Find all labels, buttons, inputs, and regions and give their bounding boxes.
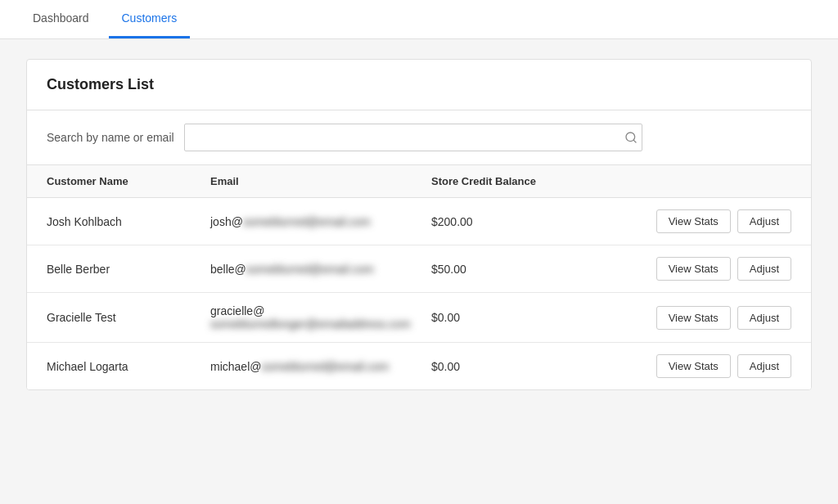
col-header-actions: [611, 175, 791, 187]
row-actions: View Stats Adjust: [611, 209, 791, 233]
email-blurred: someblurredlonger@emailaddress.com: [210, 317, 411, 331]
email-blurred: someblurred@email.com: [246, 263, 374, 276]
table-row: Gracielle Test gracielle@someblurredlong…: [27, 293, 811, 343]
customer-name: Michael Logarta: [47, 360, 210, 373]
customers-table: Customer Name Email Store Credit Balance…: [27, 165, 811, 389]
row-actions: View Stats Adjust: [611, 306, 791, 330]
search-icon: [624, 131, 638, 144]
adjust-button[interactable]: Adjust: [737, 257, 791, 281]
customer-name: Belle Berber: [47, 263, 210, 276]
search-input[interactable]: [184, 124, 642, 151]
top-navigation: Dashboard Customers: [0, 0, 838, 39]
customer-email: gracielle@someblurredlonger@emailaddress…: [210, 304, 431, 331]
customer-email: belle@someblurred@email.com: [210, 263, 431, 276]
col-header-email: Email: [210, 175, 431, 187]
card-header: Customers List: [27, 60, 811, 110]
row-actions: View Stats Adjust: [611, 257, 791, 281]
adjust-button[interactable]: Adjust: [737, 306, 791, 330]
store-credit-balance: $0.00: [431, 360, 611, 373]
store-credit-balance: $200.00: [431, 215, 611, 228]
row-actions: View Stats Adjust: [611, 354, 791, 378]
customer-email: josh@someblurred@email.com: [210, 215, 431, 228]
view-stats-button[interactable]: View Stats: [656, 209, 731, 233]
store-credit-balance: $50.00: [431, 263, 611, 276]
customer-email: michael@someblurred@email.com: [210, 360, 431, 373]
search-button[interactable]: [624, 131, 638, 144]
table-row: Michael Logarta michael@someblurred@emai…: [27, 343, 811, 389]
customer-name: Josh Kohlbach: [47, 215, 210, 228]
adjust-button[interactable]: Adjust: [737, 354, 791, 378]
search-input-wrapper: [184, 124, 642, 151]
email-blurred: someblurred@email.com: [243, 215, 371, 228]
adjust-button[interactable]: Adjust: [737, 209, 791, 233]
table-row: Belle Berber belle@someblurred@email.com…: [27, 245, 811, 293]
col-header-balance: Store Credit Balance: [431, 175, 611, 187]
search-label: Search by name or email: [47, 131, 174, 144]
customer-name: Gracielle Test: [47, 311, 210, 324]
main-content: Customers List Search by name or email C…: [0, 39, 838, 410]
email-blurred: someblurred@email.com: [261, 360, 389, 373]
customers-card: Customers List Search by name or email C…: [26, 59, 812, 390]
page-title: Customers List: [47, 76, 154, 92]
view-stats-button[interactable]: View Stats: [656, 306, 731, 330]
store-credit-balance: $0.00: [431, 311, 611, 324]
view-stats-button[interactable]: View Stats: [656, 257, 731, 281]
table-header: Customer Name Email Store Credit Balance: [27, 165, 811, 198]
view-stats-button[interactable]: View Stats: [656, 354, 731, 378]
table-row: Josh Kohlbach josh@someblurred@email.com…: [27, 198, 811, 245]
col-header-name: Customer Name: [47, 175, 210, 187]
nav-tab-customers[interactable]: Customers: [109, 0, 191, 38]
svg-line-1: [633, 140, 636, 142]
search-bar: Search by name or email: [27, 110, 811, 165]
nav-tab-dashboard[interactable]: Dashboard: [20, 0, 102, 38]
